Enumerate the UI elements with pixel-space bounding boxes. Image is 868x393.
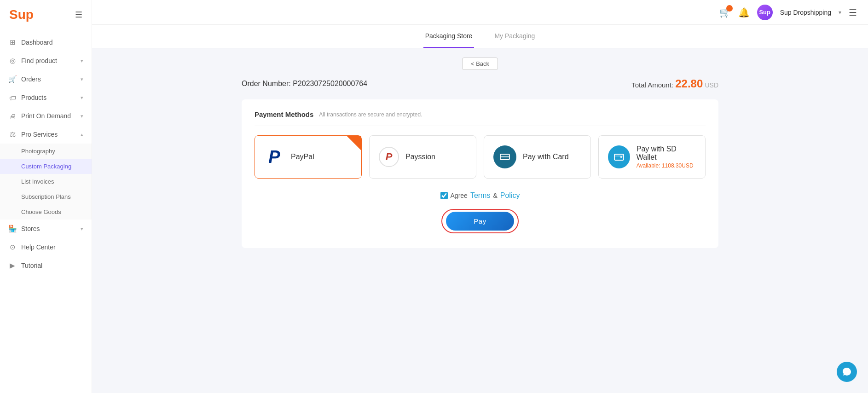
print-icon: 🖨 xyxy=(8,112,17,120)
chevron-down-icon: ▾ xyxy=(81,226,83,232)
logo-text: Sup xyxy=(9,7,34,22)
chevron-down-icon: ▾ xyxy=(81,76,83,82)
order-info-row: Order Number: P20230725020000764 Total A… xyxy=(242,77,718,90)
pay-button[interactable]: Pay xyxy=(446,212,514,231)
tab-my-packaging[interactable]: My Packaging xyxy=(492,25,537,48)
total-label: Total Amount: xyxy=(631,81,673,89)
sd-wallet-info: Pay with SD Wallet Available: 1108.30USD xyxy=(637,145,696,169)
sidebar-label-orders: Orders xyxy=(21,75,41,83)
chevron-down-icon: ▾ xyxy=(81,95,83,101)
paypal-icon: P xyxy=(264,147,284,167)
payment-section: Payment Methods All transactions are sec… xyxy=(242,99,718,248)
back-button[interactable]: < Back xyxy=(462,58,498,70)
payssion-p-letter: P xyxy=(386,151,393,163)
card-label: Pay with Card xyxy=(523,153,569,161)
sidebar-label-pod: Print On Demand xyxy=(21,112,71,120)
order-label: Order Number: xyxy=(242,80,291,87)
card-svg xyxy=(499,151,511,163)
sidebar-item-products[interactable]: 🏷 Products ▾ xyxy=(0,88,92,107)
chat-bubble[interactable] xyxy=(837,362,857,382)
help-icon: ⊙ xyxy=(8,243,17,251)
page-content: Packaging Store My Packaging < Back Orde… xyxy=(92,25,868,393)
notification-icon[interactable]: 🔔 xyxy=(738,7,750,18)
sidebar-logo: Sup ☰ xyxy=(0,0,92,29)
pro-services-icon: ⚖ xyxy=(8,130,17,139)
more-menu-icon[interactable]: ☰ xyxy=(849,7,857,18)
agree-row: Agree Terms & Policy xyxy=(255,191,706,200)
secure-text: All transactions are secure and encrypte… xyxy=(319,111,422,118)
sidebar-subitem-custom-packaging[interactable]: Custom Packaging xyxy=(0,159,92,174)
terms-link[interactable]: Terms xyxy=(470,191,491,200)
user-name[interactable]: Sup Dropshipping xyxy=(780,9,831,16)
sidebar-label-dashboard: Dashboard xyxy=(21,39,53,46)
sidebar-item-find-product[interactable]: ◎ Find product ▾ xyxy=(0,52,92,70)
sd-wallet-sub: Available: 1108.30USD xyxy=(637,162,696,169)
stores-icon: 🏪 xyxy=(8,225,17,233)
total-amount: Total Amount: 22.80 USD xyxy=(631,77,718,90)
topnav: 🛒 🔔 Sup Sup Dropshipping ▾ ☰ xyxy=(92,0,868,25)
hamburger-icon[interactable]: ☰ xyxy=(75,10,82,20)
sidebar-subitem-choose-goods[interactable]: Choose Goods xyxy=(0,204,92,220)
paypal-label: PayPal xyxy=(291,153,314,161)
sidebar-label-products: Products xyxy=(21,94,46,101)
ampersand: & xyxy=(493,192,497,199)
pro-services-submenu: Photography Custom Packaging List Invoic… xyxy=(0,144,92,220)
sidebar-subitem-list-invoices[interactable]: List Invoices xyxy=(0,174,92,189)
sidebar-item-dashboard[interactable]: ⊞ Dashboard xyxy=(0,33,92,52)
tabs-bar: Packaging Store My Packaging xyxy=(92,25,868,48)
find-product-icon: ◎ xyxy=(8,57,17,65)
chevron-down-icon: ▾ xyxy=(81,58,83,64)
payment-title: Payment Methods xyxy=(255,110,313,118)
sidebar-label-stores: Stores xyxy=(21,225,40,232)
card-icon xyxy=(493,145,516,168)
tab-packaging-store[interactable]: Packaging Store xyxy=(423,25,475,48)
total-value: 22.80 xyxy=(675,77,703,90)
sidebar-subitem-photography[interactable]: Photography xyxy=(0,144,92,159)
svg-rect-1 xyxy=(500,156,509,157)
order-number: Order Number: P20230725020000764 xyxy=(242,80,367,88)
sidebar-label-tutorial: Tutorial xyxy=(21,262,42,269)
payment-card-payssion[interactable]: P Payssion xyxy=(369,135,476,179)
sidebar-item-pro-services[interactable]: ⚖ Pro Services ▴ xyxy=(0,125,92,144)
chat-icon xyxy=(842,367,852,377)
sidebar-item-stores[interactable]: 🏪 Stores ▾ xyxy=(0,220,92,238)
chevron-up-icon: ▴ xyxy=(81,132,83,138)
chevron-down-icon: ▾ xyxy=(81,113,83,119)
sidebar-subitem-subscription-plans[interactable]: Subscription Plans xyxy=(0,189,92,204)
payment-card-sd-wallet[interactable]: Pay with SD Wallet Available: 1108.30USD xyxy=(598,135,706,179)
sidebar-nav: ⊞ Dashboard ◎ Find product ▾ 🛒 Orders ▾ … xyxy=(0,29,92,393)
agree-text: Agree xyxy=(451,192,468,199)
pay-button-outline: Pay xyxy=(441,209,518,233)
sidebar-item-help-center[interactable]: ⊙ Help Center xyxy=(0,238,92,256)
page-body: < Back Order Number: P20230725020000764 … xyxy=(227,48,733,257)
payment-header: Payment Methods All transactions are sec… xyxy=(255,110,706,126)
back-button-wrap: < Back xyxy=(242,58,718,70)
payment-card-card[interactable]: Pay with Card xyxy=(484,135,591,179)
main-content: Packaging Store My Packaging < Back Orde… xyxy=(92,0,868,393)
sidebar-item-print-on-demand[interactable]: 🖨 Print On Demand ▾ xyxy=(0,107,92,125)
cart-icon[interactable]: 🛒 xyxy=(719,7,731,18)
sidebar-label-find-product: Find product xyxy=(21,57,57,64)
avatar: Sup xyxy=(757,5,773,20)
payment-methods: P PayPal P Payssion xyxy=(255,135,706,179)
sidebar-item-tutorial[interactable]: ▶ Tutorial xyxy=(0,256,92,275)
dashboard-icon: ⊞ xyxy=(8,38,17,46)
wallet-svg xyxy=(613,151,625,163)
sd-wallet-label: Pay with SD Wallet xyxy=(637,145,696,162)
pay-button-wrap: Pay xyxy=(255,209,706,233)
payssion-icon: P xyxy=(379,147,399,167)
selected-corner xyxy=(347,136,361,150)
agree-checkbox[interactable] xyxy=(440,192,448,199)
dropdown-arrow-icon[interactable]: ▾ xyxy=(839,9,841,16)
tutorial-icon: ▶ xyxy=(8,261,17,270)
order-number-value: P20230725020000764 xyxy=(293,80,367,87)
sidebar-label-pro-services: Pro Services xyxy=(21,131,58,138)
wallet-icon xyxy=(608,145,630,168)
products-icon: 🏷 xyxy=(8,93,17,102)
payssion-label: Payssion xyxy=(405,153,435,161)
orders-icon: 🛒 xyxy=(8,75,17,83)
sidebar-label-help: Help Center xyxy=(21,243,56,251)
payment-card-paypal[interactable]: P PayPal xyxy=(255,135,362,179)
policy-link[interactable]: Policy xyxy=(500,191,520,200)
sidebar-item-orders[interactable]: 🛒 Orders ▾ xyxy=(0,70,92,88)
